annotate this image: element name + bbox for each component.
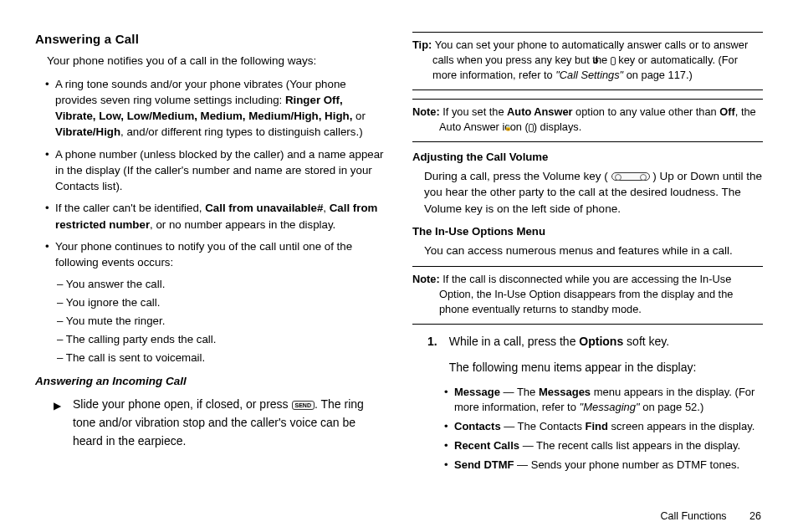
step-1-num: 1. xyxy=(427,333,437,376)
b3-pre: If the caller can't be identified, xyxy=(55,202,205,214)
tip-content: Tip: You can set your phone to automatic… xyxy=(412,38,763,83)
step1-post: soft key. xyxy=(623,335,669,348)
heading-answering-call: Answering a Call xyxy=(35,32,386,46)
opt-contacts-post: screen appears in the display. xyxy=(608,420,755,432)
step-1-body: While in a call, press the Options soft … xyxy=(449,333,763,376)
step1-b: Options xyxy=(579,335,623,348)
tip-box: Tip: You can set your phone to automatic… xyxy=(412,32,763,90)
note1-end: ) displays. xyxy=(534,120,582,133)
right-column: Tip: You can set your phone to automatic… xyxy=(412,32,763,477)
opt-recent-b: Recent Calls xyxy=(454,439,519,452)
note2-label: Note: xyxy=(412,273,442,285)
heading-adjust-volume: Adjusting the Call Volume xyxy=(412,151,763,163)
heading-inuse-options: The In-Use Options Menu xyxy=(412,225,763,238)
opt-dtmf-b: Send DTMF xyxy=(454,458,514,471)
step-1: 1. While in a call, press the Options so… xyxy=(412,333,763,376)
note2-body: If the call is disconnected while you ar… xyxy=(439,273,733,315)
left-column: Answering a Call Your phone notifies you… xyxy=(35,32,386,477)
volume-key-icon xyxy=(611,172,650,181)
bullet-continue-notify: Your phone continues to notify you of th… xyxy=(47,238,386,271)
opt-send-dtmf: Send DTMF — Sends your phone number as D… xyxy=(446,458,763,473)
note1-mid: option to any value other than xyxy=(573,105,720,118)
tip-post: on page 117.) xyxy=(623,69,693,81)
opt-message-b2: Messages xyxy=(539,386,591,398)
opt-contacts-b: Contacts xyxy=(454,420,501,432)
opt-message-post: on page 52.) xyxy=(640,401,704,413)
note2-content: Note: If the call is disconnected while … xyxy=(412,272,763,317)
inuse-body: You can access numerous menus and featur… xyxy=(412,243,763,259)
opt-message-ref: "Messaging" xyxy=(580,401,640,413)
arrow-icon: ▶ xyxy=(54,398,61,450)
adjust-pre: During a call, press the Volume key ( xyxy=(424,170,611,182)
opt-recent-t: — The recent calls list appears in the d… xyxy=(519,439,740,452)
opt-message-b: Message xyxy=(454,386,500,398)
event-sub-list: – You answer the call. – You ignore the … xyxy=(35,276,386,366)
intro-text: Your phone notifies you of a call in the… xyxy=(35,53,386,69)
opt-recent-calls: Recent Calls — The recent calls list app… xyxy=(446,438,763,454)
bullet-caller-id: If the caller can't be identified, Call … xyxy=(47,200,386,233)
b1-or: or xyxy=(356,110,366,122)
opt-message-pre: — The xyxy=(500,386,539,398)
note-auto-answer: Note: If you set the Auto Answer option … xyxy=(412,99,763,142)
note1-content: Note: If you set the Auto Answer option … xyxy=(412,105,763,135)
b3-mid: , xyxy=(323,202,329,214)
step-text: Slide your phone open, if closed, or pre… xyxy=(73,396,386,450)
note1-label: Note: xyxy=(412,105,442,118)
opt-dtmf-t: — Sends your phone number as DTMF tones. xyxy=(514,458,740,471)
opt-contacts-pre: — The Contacts xyxy=(501,420,586,432)
send-key-icon: SEND xyxy=(292,401,315,410)
bullet-ringtone: A ring tone sounds and/or your phone vib… xyxy=(47,76,386,141)
b3-post: , or no number appears in the display. xyxy=(150,218,335,231)
b3-b1: Call from unavailable# xyxy=(205,202,323,214)
heading-answering-incoming: Answering an Incoming Call xyxy=(35,375,386,387)
footer-page-number: 26 xyxy=(749,510,761,522)
options-bullet-list: Message — The Messages menu appears in t… xyxy=(412,385,763,473)
sub-ignore: – You ignore the call. xyxy=(57,294,386,311)
note-inuse-disconnect: Note: If the call is disconnected while … xyxy=(412,266,763,325)
note1-b1: Auto Answer xyxy=(507,105,572,118)
adjust-body: During a call, press the Volume key ( ) … xyxy=(412,168,763,217)
notify-bullet-list: A ring tone sounds and/or your phone vib… xyxy=(35,76,386,271)
sub-party-ends: – The calling party ends the call. xyxy=(57,331,386,348)
opt-message: Message — The Messages menu appears in t… xyxy=(446,385,763,417)
step1-pre: While in a call, press the xyxy=(449,335,580,348)
tip-ref: "Call Settings" xyxy=(555,69,623,81)
opt-contacts-b2: Find xyxy=(586,420,608,432)
step-slide-open: ▶ Slide your phone open, if closed, or p… xyxy=(35,396,386,450)
tip-label: Tip: xyxy=(412,38,435,51)
note1-pre: If you set the xyxy=(442,105,507,118)
b1-post: , and/or different ring types to disting… xyxy=(120,125,362,138)
bullet-phone-number: A phone number (unless blocked by the ca… xyxy=(47,146,386,195)
step-1-line2: The following menu items appear in the d… xyxy=(449,359,763,376)
sub-voicemail: – The call is sent to voicemail. xyxy=(57,350,386,366)
b1-bold2: Vibrate/High xyxy=(55,125,120,138)
step-pre: Slide your phone open, if closed, or pre… xyxy=(73,397,292,411)
note1-b2: Off xyxy=(719,105,734,118)
opt-contacts: Contacts — The Contacts Find screen appe… xyxy=(446,419,763,435)
footer-section: Call Functions xyxy=(660,510,726,522)
step-1-line1: While in a call, press the Options soft … xyxy=(449,333,763,350)
two-column-layout: Answering a Call Your phone notifies you… xyxy=(35,32,763,477)
sub-answer: – You answer the call. xyxy=(57,276,386,293)
sub-mute: – You mute the ringer. xyxy=(57,313,386,330)
page-footer: Call Functions 26 xyxy=(660,510,761,522)
